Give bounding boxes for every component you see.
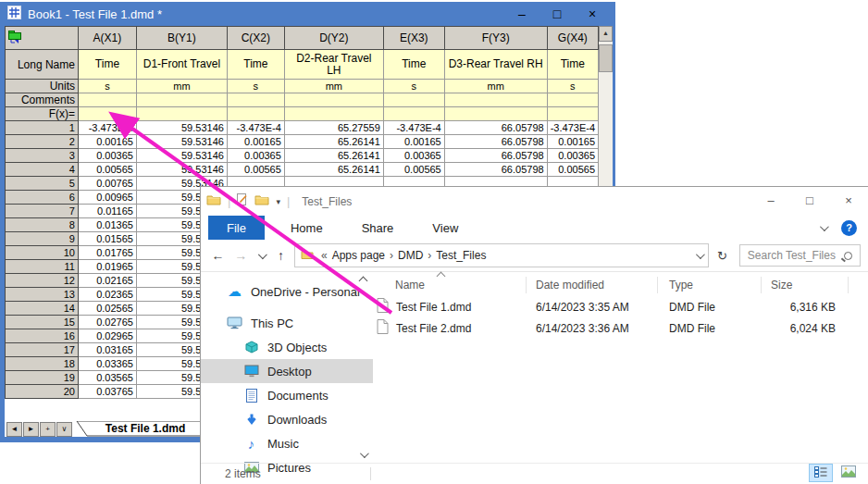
minimize-icon[interactable]: – [751,187,790,215]
row-number[interactable]: 2 [6,135,79,149]
data-cell[interactable]: -3.473E-4 [227,121,284,135]
sidebar-item-documents[interactable]: Documents [201,383,373,407]
header-cell[interactable] [444,107,547,121]
column-header-date-modified[interactable]: Date modified [527,277,658,293]
breadcrumb-overflow-icon[interactable]: « [319,249,329,262]
header-cell[interactable]: D2-Rear Travel LH [284,50,383,80]
header-cell[interactable] [136,107,227,121]
sidebar-item-3d-objects[interactable]: 3D Objects [201,335,373,359]
details-view-icon[interactable] [809,464,833,482]
header-cell[interactable] [383,107,444,121]
data-cell[interactable]: 0.00565 [383,163,444,177]
sidebar-item-this-pc[interactable]: This PC [201,311,373,335]
row-number[interactable]: 14 [6,302,79,316]
row-number[interactable]: 20 [6,385,79,399]
header-cell[interactable]: Time [383,50,444,80]
address-dropdown-icon[interactable] [696,250,705,259]
header-cell[interactable]: s [78,80,136,93]
header-cell[interactable]: D1-Front Travel [136,50,227,80]
row-number[interactable]: 11 [6,260,79,274]
data-cell[interactable]: 0.01765 [78,246,136,260]
data-cell[interactable]: 66.05798 [444,163,547,177]
help-icon[interactable]: ? [841,220,857,236]
data-cell[interactable]: 0.00165 [227,135,284,149]
data-cell[interactable]: 0.01565 [78,232,136,246]
column-header-type[interactable]: Type [658,277,762,293]
data-cell[interactable]: 0.00365 [547,149,598,163]
header-cell[interactable]: Time [78,50,136,80]
data-cell[interactable]: -3.473E-4 [78,121,136,135]
maximize-icon[interactable]: □ [790,187,829,215]
sheet-next-icon[interactable]: ► [23,422,39,437]
column-header-size[interactable]: Size [762,277,849,293]
data-cell[interactable]: 0.03365 [78,357,136,371]
column-header[interactable]: C(X2) [227,27,284,50]
data-cell[interactable]: 59.53146 [136,135,227,149]
column-header-name[interactable]: Name [373,277,527,293]
data-cell[interactable]: 59.53146 [136,149,227,163]
breadcrumb-segment[interactable]: DMD [395,249,426,262]
sidebar-item-onedrive-personal[interactable]: ☁OneDrive - Personal [201,279,373,304]
row-number[interactable]: 6 [6,191,79,205]
header-cell[interactable] [227,107,284,121]
header-cell[interactable]: mm [136,80,227,93]
thumbnail-view-icon[interactable] [837,464,861,482]
data-cell[interactable]: 0.00765 [78,177,136,191]
row-label[interactable]: Long Name [6,50,79,80]
close-icon[interactable]: × [829,187,868,215]
row-label[interactable]: Comments [6,93,79,107]
data-cell[interactable]: 0.00165 [547,135,598,149]
data-cell[interactable]: 0.01965 [78,260,136,274]
row-number[interactable]: 9 [6,232,79,246]
row-number[interactable]: 1 [6,121,79,135]
file-row[interactable]: Test File 1.dmd6/14/2023 3:35 AMDMD File… [373,296,868,317]
column-header[interactable]: B(Y1) [136,27,227,50]
minimize-icon[interactable]: – [504,6,539,21]
sidebar-item-desktop[interactable]: Desktop [201,359,373,383]
row-number[interactable]: 5 [6,177,79,191]
header-cell[interactable] [444,93,547,107]
row-label[interactable]: Units [6,80,79,93]
up-icon[interactable]: ↑ [271,248,291,263]
data-cell[interactable]: 0.02165 [78,274,136,288]
data-cell[interactable]: 66.05798 [444,149,547,163]
collapse-ribbon-icon[interactable] [820,222,829,231]
row-number[interactable]: 12 [6,274,79,288]
header-cell[interactable] [547,107,598,121]
file-row[interactable]: Test File 2.dmd6/14/2023 3:36 AMDMD File… [373,317,868,339]
row-number[interactable]: 8 [6,218,79,232]
row-number[interactable]: 10 [6,246,79,260]
row-number[interactable]: 3 [6,149,79,163]
data-cell[interactable]: 0.00565 [78,163,136,177]
sidebar-item-music[interactable]: ♪Music [201,431,373,455]
customize-toolbar-icon[interactable]: ▾ [276,197,280,206]
column-header[interactable]: A(X1) [78,27,136,50]
data-cell[interactable]: 0.01165 [78,205,136,218]
data-cell[interactable]: 0.03165 [78,343,136,357]
header-cell[interactable] [136,93,227,107]
tab-file[interactable]: File [208,216,265,240]
breadcrumb-segment[interactable]: Apps page [329,249,388,262]
data-cell[interactable]: 0.03565 [78,371,136,385]
row-number[interactable]: 19 [6,371,79,385]
header-cell[interactable]: s [547,80,598,93]
data-cell[interactable]: 0.00365 [383,149,444,163]
data-cell[interactable]: 0.00165 [383,135,444,149]
header-cell[interactable] [78,107,136,121]
column-header[interactable]: E(X3) [383,27,444,50]
recent-locations-icon[interactable] [257,250,267,259]
header-cell[interactable]: Time [547,50,598,80]
data-cell[interactable]: 59.53146 [136,163,227,177]
header-cell[interactable] [383,93,444,107]
header-cell[interactable] [78,93,136,107]
new-folder-icon[interactable] [254,193,269,209]
sheet-prev-icon[interactable]: ◄ [6,422,22,437]
row-number[interactable]: 17 [6,343,79,357]
header-cell[interactable] [227,93,284,107]
data-cell[interactable]: 66.05798 [444,135,547,149]
close-icon[interactable]: × [575,6,610,21]
column-header[interactable]: D(Y2) [284,27,383,50]
properties-icon[interactable] [237,193,248,209]
tab-home[interactable]: Home [278,216,336,240]
sheet-list-icon[interactable]: ∨ [56,422,72,437]
